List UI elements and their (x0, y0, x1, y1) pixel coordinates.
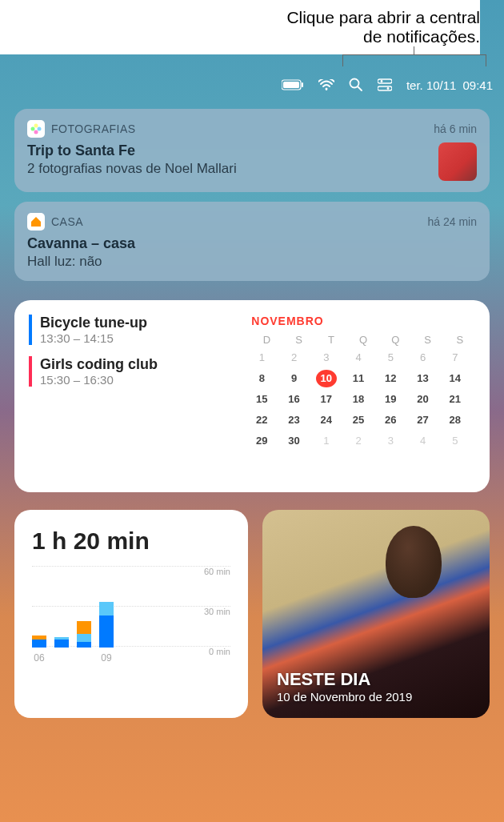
annotation-bracket (342, 54, 486, 66)
notif-subtitle: Hall luz: não (27, 254, 477, 270)
annotation-text-line1: Clique para abrir a central (0, 8, 480, 27)
notification-center: FOTOGRAFIAS há 6 min Trip to Santa Fe 2 … (0, 96, 504, 731)
svg-line-5 (358, 87, 362, 91)
calendar-day[interactable]: 24 (316, 411, 337, 429)
calendar-grid: DSTQQSS123456789101112131415161718192021… (251, 334, 475, 450)
screentime-widget[interactable]: 1 h 20 min 60 min 30 min 0 min 0609 (14, 510, 248, 718)
calendar-day[interactable]: 28 (445, 411, 466, 429)
calendar-dow: T (316, 334, 346, 346)
svg-point-10 (34, 124, 38, 128)
notif-app-name: FOTOGRAFIAS (51, 122, 136, 135)
svg-rect-8 (378, 86, 392, 90)
calendar-day[interactable]: 5 (445, 432, 466, 450)
calendar-day[interactable]: 20 (413, 391, 434, 408)
calendar-day[interactable]: 27 (413, 411, 434, 429)
calendar-day[interactable]: 2 (348, 432, 369, 450)
photo-subject (386, 526, 442, 598)
calendar-day[interactable]: 23 (284, 411, 305, 429)
calendar-dow: S (284, 334, 314, 346)
chart-bar (54, 637, 69, 648)
svg-point-11 (38, 127, 42, 131)
calendar-day[interactable]: 15 (251, 391, 272, 408)
calendar-day[interactable]: 7 (445, 349, 466, 367)
screentime-total: 1 h 20 min (32, 527, 230, 555)
calendar-day[interactable]: 29 (251, 432, 272, 450)
calendar-day[interactable]: 1 (316, 432, 337, 450)
event-title: Girls coding club (40, 356, 232, 373)
notification-home[interactable]: CASA há 24 min Cavanna – casa Hall luz: … (14, 202, 490, 281)
calendar-day[interactable]: 5 (380, 349, 401, 367)
notif-timestamp: há 24 min (428, 215, 477, 228)
photos-memories-widget[interactable]: NESTE DIA 10 de Novembro de 2019 (262, 510, 490, 718)
chart-x-label (77, 652, 91, 664)
calendar-day[interactable]: 22 (251, 411, 272, 429)
svg-point-12 (34, 130, 38, 134)
notif-timestamp: há 6 min (434, 122, 477, 135)
photos-app-icon (27, 120, 45, 138)
calendar-day[interactable]: 4 (348, 349, 369, 367)
control-center-icon[interactable] (378, 78, 392, 91)
menu-bar-time: 09:41 (462, 78, 493, 92)
calendar-dow: S (413, 334, 443, 346)
chart-bar (99, 602, 114, 648)
notif-title: Trip to Santa Fe (27, 142, 237, 159)
calendar-day[interactable]: 13 (413, 370, 434, 387)
chart-bar (32, 636, 46, 648)
svg-point-7 (380, 80, 382, 82)
calendar-day[interactable]: 18 (348, 391, 369, 408)
notif-title: Cavanna – casa (27, 235, 477, 252)
calendar-dow: S (445, 334, 475, 346)
calendar-day[interactable]: 12 (380, 370, 401, 387)
help-annotation: Clique para abrir a central de notificaç… (0, 0, 480, 54)
spotlight-search-icon[interactable] (349, 78, 363, 92)
chart-x-label: 06 (32, 652, 46, 664)
battery-icon[interactable] (282, 79, 304, 90)
calendar-day[interactable]: 2 (284, 349, 305, 367)
calendar-day[interactable]: 3 (380, 432, 401, 450)
calendar-event[interactable]: Girls coding club 15:30 – 16:30 (29, 356, 232, 387)
svg-rect-1 (283, 82, 299, 88)
calendar-day[interactable]: 26 (380, 411, 401, 429)
calendar-day[interactable]: 11 (348, 370, 369, 387)
notification-photos[interactable]: FOTOGRAFIAS há 6 min Trip to Santa Fe 2 … (14, 109, 490, 192)
annotation-pointer (414, 46, 414, 54)
calendar-day[interactable]: 10 (316, 370, 337, 387)
calendar-dow: Q (348, 334, 378, 346)
annotation-text-line2: de notificações. (0, 27, 480, 46)
calendar-day[interactable]: 21 (445, 391, 466, 408)
notif-subtitle: 2 fotografias novas de Noel Mallari (27, 161, 237, 177)
chart-bar (77, 621, 91, 648)
calendar-day[interactable]: 3 (316, 349, 337, 367)
home-app-icon (27, 213, 45, 231)
screentime-chart: 60 min 30 min 0 min 0609 (32, 566, 230, 686)
calendar-day[interactable]: 30 (284, 432, 305, 450)
svg-point-3 (325, 88, 327, 90)
menu-bar-date: ter. 10/11 (406, 78, 457, 92)
svg-point-9 (386, 87, 389, 90)
calendar-day[interactable]: 19 (380, 391, 401, 408)
calendar-day[interactable]: 6 (413, 349, 434, 367)
calendar-dow: D (251, 334, 282, 346)
menu-bar-clock[interactable]: ter. 10/11 09:41 (406, 78, 493, 92)
calendar-day[interactable]: 16 (284, 391, 305, 408)
calendar-day[interactable]: 1 (251, 349, 272, 367)
calendar-day[interactable]: 4 (413, 432, 434, 450)
svg-rect-2 (302, 82, 303, 87)
event-time: 13:30 – 14:15 (40, 331, 232, 345)
event-title: Bicycle tune-up (40, 315, 232, 331)
calendar-widget[interactable]: Bicycle tune-up 13:30 – 14:15 Girls codi… (14, 300, 490, 492)
calendar-event[interactable]: Bicycle tune-up 13:30 – 14:15 (29, 315, 232, 345)
calendar-dow: Q (380, 334, 410, 346)
calendar-day[interactable]: 9 (284, 370, 305, 387)
notif-thumbnail (438, 142, 477, 181)
wifi-icon[interactable] (318, 79, 334, 90)
desktop-area: ter. 10/11 09:41 FOTOGRAFIAS há 6 min Tr… (0, 74, 504, 822)
svg-point-4 (350, 79, 358, 88)
event-time: 15:30 – 16:30 (40, 373, 232, 387)
calendar-day[interactable]: 8 (251, 370, 272, 387)
calendar-day[interactable]: 17 (316, 391, 337, 408)
calendar-day[interactable]: 14 (445, 370, 466, 387)
calendar-day[interactable]: 25 (348, 411, 369, 429)
events-list: Bicycle tune-up 13:30 – 14:15 Girls codi… (29, 315, 232, 478)
calendar-month-label: NOVEMBRO (251, 315, 475, 327)
